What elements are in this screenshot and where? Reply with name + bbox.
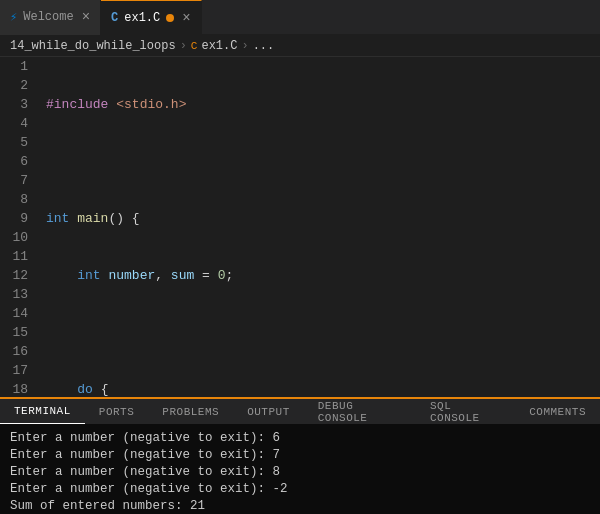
terminal-line-3: Enter a number (negative to exit): 8 xyxy=(10,464,590,481)
terminal-output: Enter a number (negative to exit): 6 Ent… xyxy=(0,424,600,514)
terminal-line-4: Enter a number (negative to exit): -2 xyxy=(10,481,590,498)
panel-tab-problems[interactable]: PROBLEMS xyxy=(148,399,233,424)
breadcrumb-c-icon: C xyxy=(191,40,198,52)
breadcrumb-folder: 14_while_do_while_loops xyxy=(10,39,176,53)
panel-tab-terminal[interactable]: TERMINAL xyxy=(0,399,85,424)
terminal-line-1: Enter a number (negative to exit): 6 xyxy=(10,430,590,447)
code-line-6: do { xyxy=(46,380,600,397)
code-line-3: int main() { xyxy=(46,209,600,228)
panel-tabs: TERMINAL PORTS PROBLEMS OUTPUT DEBUG CON… xyxy=(0,397,600,424)
breadcrumb-extra: ... xyxy=(253,39,275,53)
panel-tab-comments[interactable]: COMMENTS xyxy=(515,399,600,424)
tab-ex1c-close[interactable]: × xyxy=(182,10,190,26)
code-line-1: #include <stdio.h> xyxy=(46,95,600,114)
breadcrumb: 14_while_do_while_loops › C ex1.C › ... xyxy=(0,35,600,57)
panel-tab-output[interactable]: OUTPUT xyxy=(233,399,304,424)
tab-ex1c-label: ex1.C xyxy=(124,11,160,25)
vscode-icon: ⚡ xyxy=(10,10,17,25)
panel-tab-ports[interactable]: PORTS xyxy=(85,399,149,424)
panel-tab-sql-console[interactable]: SQL CONSOLE xyxy=(416,399,515,424)
breadcrumb-sep2: › xyxy=(241,39,248,53)
tab-ex1c[interactable]: C ex1.C × xyxy=(101,0,202,35)
breadcrumb-file: ex1.C xyxy=(201,39,237,53)
code-line-5 xyxy=(46,323,600,342)
tab-welcome-close[interactable]: × xyxy=(82,9,90,25)
panel-tab-debug-console[interactable]: DEBUG CONSOLE xyxy=(304,399,416,424)
code-line-2 xyxy=(46,152,600,171)
line-numbers: 1 2 3 4 5 6 7 8 9 10 11 12 13 14 15 16 1… xyxy=(0,57,36,397)
breadcrumb-sep1: › xyxy=(180,39,187,53)
terminal-line-5: Sum of entered numbers: 21 xyxy=(10,498,590,514)
code-content[interactable]: #include <stdio.h> int main() { int numb… xyxy=(36,57,600,397)
tab-welcome[interactable]: ⚡ Welcome × xyxy=(0,0,101,35)
code-editor[interactable]: 1 2 3 4 5 6 7 8 9 10 11 12 13 14 15 16 1… xyxy=(0,57,600,397)
modified-dot xyxy=(166,14,174,22)
tab-welcome-label: Welcome xyxy=(23,10,73,24)
c-file-icon: C xyxy=(111,11,118,25)
terminal-line-2: Enter a number (negative to exit): 7 xyxy=(10,447,590,464)
code-line-4: int number, sum = 0; xyxy=(46,266,600,285)
tab-bar: ⚡ Welcome × C ex1.C × xyxy=(0,0,600,35)
